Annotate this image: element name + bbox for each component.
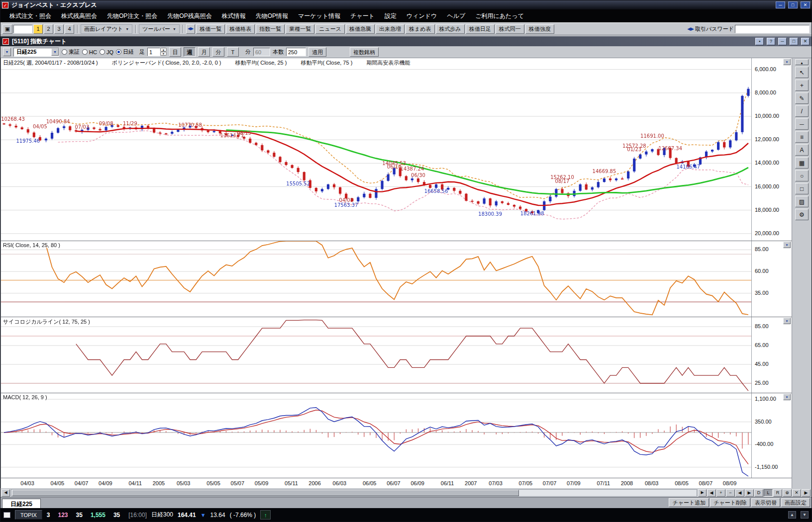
circle-icon[interactable]: ○ — [795, 170, 809, 181]
toolbar-view-button-4[interactable]: ニュース — [315, 24, 345, 34]
menu-item-3[interactable]: 先物OP残高照会 — [162, 10, 216, 22]
scroll-left-end-button[interactable]: ◀ — [707, 489, 716, 497]
layout-2-button[interactable]: 2 — [44, 24, 53, 34]
minute-interval-input[interactable] — [253, 48, 270, 56]
panel-dropdown-icon[interactable]: ▼ — [783, 318, 791, 324]
scroll-right-end-button[interactable]: ▶ — [802, 489, 811, 497]
market-radio-nikkei[interactable]: 日経 — [116, 48, 134, 56]
zoom-out-button[interactable]: − — [726, 489, 735, 497]
eraser-icon[interactable]: ▨ — [795, 196, 809, 207]
toolbar-view-button-11[interactable]: 株価強度 — [525, 24, 554, 34]
topix-selector[interactable]: TOPIX — [15, 510, 42, 520]
select-arrow-icon[interactable]: ↖ — [795, 67, 809, 78]
maximize-icon[interactable]: □ — [788, 1, 798, 8]
layout-4-button[interactable]: 4 — [65, 24, 74, 34]
trade-password-input[interactable] — [735, 25, 810, 33]
scrollbar-thumb[interactable] — [12, 490, 519, 496]
horizontal-line-icon[interactable]: ─ — [795, 118, 809, 130]
scroll-right-icon[interactable]: ▶ — [698, 489, 707, 497]
tools-scroll-up-icon[interactable]: ▲ — [795, 59, 809, 65]
price-chart-canvas[interactable] — [1, 67, 751, 241]
layout-1-button[interactable]: 1 — [33, 24, 43, 34]
toolbar-menu[interactable]: ツールバー▼ — [139, 24, 180, 34]
symbol-list-icon[interactable]: ▼ — [3, 48, 11, 56]
window-minimize-icon[interactable]: ─ — [778, 38, 787, 45]
remove-chart-button[interactable]: チャート削除 — [710, 498, 750, 507]
symbol-select[interactable]: 日経225 ▼ — [13, 48, 59, 57]
toolbar-view-button-7[interactable]: 株まめ表 — [406, 24, 435, 34]
panel-dropdown-icon[interactable]: ▼ — [783, 59, 791, 65]
period-month-button[interactable]: 月 — [198, 47, 210, 57]
menu-item-10[interactable]: ヘルプ — [442, 10, 470, 22]
period-minute-button[interactable]: 分 — [212, 47, 224, 57]
toggle-view-button[interactable]: 表示切替 — [751, 498, 780, 507]
layout-3-button[interactable]: 3 — [54, 24, 64, 34]
crosshair-icon[interactable]: + — [795, 80, 809, 91]
toolbar-view-button-10[interactable]: 株式同一 — [496, 24, 524, 34]
panel-dropdown-icon[interactable]: ▼ — [783, 242, 791, 248]
menu-item-0[interactable]: 株式注文・照会 — [4, 10, 56, 22]
toolbar-view-button-5[interactable]: 株価急騰 — [346, 24, 375, 34]
apply-button[interactable]: 適用 — [308, 47, 326, 57]
pin-icon[interactable]: ▪ — [755, 38, 764, 45]
toolbar-view-button-0[interactable]: 株価一覧 — [196, 24, 225, 34]
fibonacci-icon[interactable]: ≡ — [795, 131, 809, 143]
window-close-icon[interactable]: ✕ — [801, 38, 810, 45]
scroll-left-icon[interactable]: ◀ — [1, 489, 10, 497]
toolbar-view-button-1[interactable]: 株価格表 — [226, 24, 255, 34]
step-back-button[interactable]: ◀ — [735, 489, 744, 497]
menu-item-11[interactable]: ご利用にあたって — [470, 10, 529, 22]
spin-up-icon[interactable]: ▲ — [160, 48, 167, 52]
menu-item-2[interactable]: 先物OP注文・照会 — [102, 10, 162, 22]
settings-icon[interactable]: ⚙ — [795, 209, 809, 220]
menu-item-4[interactable]: 株式情報 — [217, 10, 251, 22]
menu-item-8[interactable]: 設定 — [380, 10, 402, 22]
chart-window-titlebar[interactable]: ✓ [5110] 指数チャート ▪ ? ─ □ ✕ — [0, 36, 812, 46]
period-day-button[interactable]: 日 — [169, 47, 181, 57]
mode-l-button[interactable]: L — [764, 489, 773, 497]
toolbar-handle-icon[interactable]: ◀▶ — [186, 24, 195, 34]
zoom-in-button[interactable]: + — [716, 489, 725, 497]
step-forward-button[interactable]: ▶ — [745, 489, 754, 497]
screen-settings-button[interactable]: 画面設定 — [781, 498, 810, 507]
ashi-count-input[interactable] — [147, 48, 160, 56]
toolbar-view-button-2[interactable]: 指数一覧 — [256, 24, 285, 34]
app-titlebar[interactable]: ✓ ジョインベスト・エクスプレス ─ □ ✕ — [0, 0, 812, 9]
spin-down-icon[interactable]: ▼ — [160, 52, 167, 56]
tab-nikkei225[interactable]: 日経225 — [2, 499, 41, 508]
menu-item-1[interactable]: 株式残高照会 — [56, 10, 102, 22]
rectangle-icon[interactable]: □ — [795, 183, 809, 194]
period-week-button[interactable]: 週 — [184, 47, 196, 57]
market-radio-tosho[interactable]: 東証 — [62, 48, 80, 56]
market-radio-hc[interactable]: HC — [82, 49, 97, 55]
mode-r-button[interactable]: R — [773, 489, 782, 497]
multi-symbol-button[interactable]: 複数銘柄 — [350, 47, 379, 57]
text-icon[interactable]: A — [795, 144, 809, 156]
close-chart-button[interactable]: ✕ — [792, 489, 801, 497]
menu-item-6[interactable]: マーケット情報 — [293, 10, 345, 22]
rsi-chart-canvas[interactable] — [1, 241, 751, 317]
bar-count-input[interactable] — [286, 48, 306, 56]
macd-chart-canvas[interactable] — [1, 393, 751, 478]
trendline-icon[interactable]: / — [795, 105, 809, 117]
menu-item-5[interactable]: 先物OP情報 — [251, 10, 293, 22]
layout-monitor-icon[interactable]: ▣ — [2, 24, 12, 34]
scrollbar-track[interactable] — [11, 489, 697, 497]
scroll-ticker-up-icon[interactable]: ↑ — [260, 510, 271, 520]
psych-chart-canvas[interactable] — [1, 317, 751, 393]
add-chart-button[interactable]: チャート追加 — [669, 498, 709, 507]
market-radio-jq[interactable]: JQ — [100, 49, 113, 55]
period-tick-button[interactable]: T — [227, 47, 239, 57]
toolbar-view-button-6[interactable]: 出来急増 — [376, 24, 405, 34]
layout-name-input[interactable] — [13, 25, 32, 33]
ticker-up-icon[interactable]: ▲ — [788, 511, 796, 519]
toolbar-view-button-8[interactable]: 株式歩み — [436, 24, 465, 34]
menu-item-7[interactable]: チャート — [345, 10, 380, 22]
toolbar-view-button-9[interactable]: 株価日足 — [466, 24, 495, 34]
screen-layout-menu[interactable]: 画面レイアウト▼ — [81, 24, 132, 34]
close-icon[interactable]: ✕ — [801, 1, 810, 8]
menu-item-9[interactable]: ウィンドウ — [402, 10, 442, 22]
minimize-icon[interactable]: ─ — [776, 1, 785, 8]
magnifier-button[interactable]: ⊕ — [783, 489, 792, 497]
pencil-icon[interactable]: ✎ — [795, 92, 809, 104]
